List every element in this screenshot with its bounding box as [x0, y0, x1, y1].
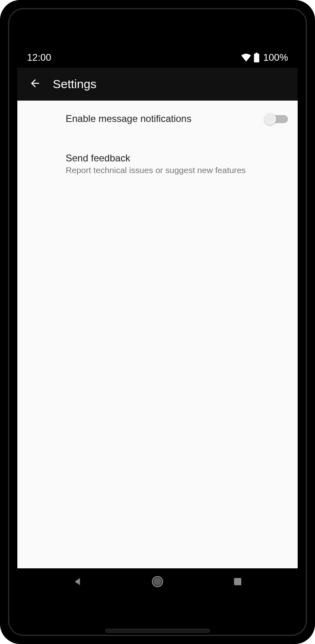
arrow-left-icon: [29, 77, 41, 91]
phone-speaker-bottom: [105, 629, 210, 633]
back-button[interactable]: [25, 74, 45, 94]
app-bar: Settings: [17, 68, 298, 101]
screen: 12:00 100% Settings: [17, 47, 298, 597]
enable-notifications-label: Enable message notifications: [66, 112, 257, 126]
phone-frame: 12:00 100% Settings: [0, 0, 315, 644]
send-feedback-row[interactable]: Send feedback Report technical issues or…: [17, 143, 298, 184]
battery-icon: [254, 53, 259, 62]
nav-recent-button[interactable]: [226, 570, 250, 594]
send-feedback-label: Send feedback: [66, 151, 288, 165]
wifi-icon: [241, 54, 251, 62]
svg-point-3: [153, 578, 162, 586]
status-bar: 12:00 100%: [17, 47, 298, 68]
triangle-back-icon: [72, 576, 83, 588]
page-title: Settings: [53, 77, 96, 91]
svg-rect-1: [255, 53, 257, 54]
square-recent-icon: [233, 577, 242, 588]
status-right: 100%: [241, 52, 288, 63]
nav-home-button[interactable]: [145, 570, 170, 594]
svg-rect-4: [234, 578, 241, 585]
nav-back-button[interactable]: [65, 570, 89, 594]
settings-list: Enable message notifications Send feedba…: [17, 101, 298, 568]
enable-notifications-row[interactable]: Enable message notifications: [17, 104, 298, 134]
status-time: 12:00: [27, 52, 51, 63]
svg-rect-0: [254, 54, 259, 62]
switch-thumb: [264, 113, 276, 125]
send-feedback-description: Report technical issues or suggest new f…: [66, 165, 288, 175]
enable-notifications-switch[interactable]: [265, 114, 288, 123]
circle-home-icon: [151, 576, 164, 589]
navigation-bar: [17, 568, 298, 597]
status-battery: 100%: [263, 52, 288, 63]
phone-inner: 12:00 100% Settings: [8, 8, 307, 636]
row-texts: Send feedback Report technical issues or…: [66, 151, 288, 175]
row-texts: Enable message notifications: [66, 112, 257, 126]
row-gap: [17, 134, 298, 143]
